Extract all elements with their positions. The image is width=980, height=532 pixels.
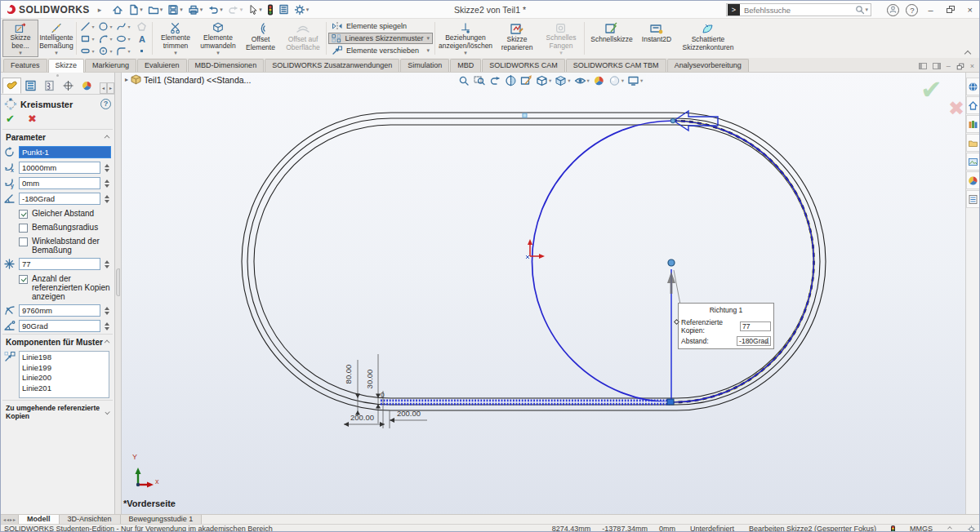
dock-left-pane-icon[interactable] — [919, 63, 927, 69]
close-button[interactable]: × — [964, 5, 976, 15]
dimension-radius-row[interactable]: Bemaßungsradius — [1, 220, 114, 234]
rectangle-tool-button[interactable]: ▾ — [78, 33, 96, 45]
rapid-sketch-button[interactable]: Schnellskizze — [586, 20, 637, 57]
units-dropdown-icon[interactable] — [947, 526, 952, 531]
tab-mbd-dimensionen[interactable]: MBD-Dimensionen — [188, 59, 265, 72]
trim-entities-button[interactable]: Elementetrimmen ▾ — [154, 20, 197, 57]
configuration-manager-tab[interactable] — [40, 78, 59, 94]
section-view-button[interactable] — [504, 74, 518, 87]
search-dropdown-icon[interactable]: ▾ — [865, 7, 868, 13]
pattern-handle-point[interactable] — [668, 259, 675, 266]
mirror-entities-button[interactable]: Elemente spiegeln — [328, 20, 433, 32]
previous-view-button[interactable] — [488, 74, 502, 87]
ellipse-tool-button[interactable]: ▾ — [114, 33, 132, 45]
tab-solidworks-cam[interactable]: SOLIDWORKS CAM — [482, 59, 565, 72]
linear-sketch-pattern-button[interactable]: Lineares Skizzenmuster ▾ — [328, 33, 433, 44]
skip-instances-section-header[interactable]: Zu umgehende referenzierte Kopien — [1, 401, 114, 423]
propertymanager-tab[interactable] — [2, 78, 21, 94]
center-y-field[interactable]: 0mm — [19, 177, 100, 189]
pattern-path-dashed[interactable] — [673, 121, 814, 402]
smart-dimension-button[interactable]: Intelligente Bemaßung ▾ — [38, 20, 74, 57]
doc-restore-icon[interactable] — [956, 63, 964, 69]
search-input[interactable] — [742, 5, 855, 16]
view-sketch-button[interactable] — [519, 74, 533, 87]
dock-right-pane-icon[interactable] — [933, 63, 941, 69]
prev-tab-button[interactable]: ◂ — [7, 516, 9, 522]
dimxpert-manager-tab[interactable] — [59, 78, 78, 94]
properties-button[interactable] — [276, 2, 292, 18]
tab-features[interactable]: Features — [3, 59, 47, 72]
midpoint-marker[interactable] — [523, 113, 527, 117]
repair-sketch-button[interactable]: Skizzereparieren — [494, 20, 540, 57]
instant2d-button[interactable]: Instant2D — [637, 20, 676, 57]
dimension-label[interactable]: 200.00 — [350, 413, 374, 422]
panel-splitter[interactable] — [115, 73, 122, 514]
arrow-tip-point[interactable] — [670, 118, 675, 123]
instance-count-spinner[interactable] — [103, 258, 111, 270]
help-icon[interactable]: ? — [100, 99, 111, 109]
shaded-sketch-contours-button[interactable]: SchattierteSkizzenkonturen — [676, 20, 740, 57]
display-delete-relations-button[interactable]: Beziehungenanzeigen/löschen ▾ — [437, 20, 494, 57]
last-tab-button[interactable]: ▸ — [13, 516, 16, 522]
panel-collapse-handle[interactable] — [116, 268, 120, 296]
confirmation-ok-icon[interactable]: ✔ — [920, 74, 942, 105]
custom-properties-button[interactable] — [966, 190, 979, 208]
save-button[interactable]: ▾ — [165, 2, 185, 18]
user-account-button[interactable] — [887, 4, 899, 16]
dimension-angular-row[interactable]: Winkelabstand der Bemaßung — [1, 234, 114, 256]
perimeter-circle-tool-button[interactable]: ▾ — [96, 45, 114, 57]
parameter-section-header[interactable]: Parameter — [1, 130, 114, 144]
dimension-label[interactable]: 0 — [381, 391, 385, 399]
offset-on-surface-button[interactable]: Offset aufOberfläche — [282, 20, 324, 57]
list-item[interactable]: Linie201 — [22, 383, 106, 394]
dimension-radius-checkbox[interactable] — [19, 224, 28, 233]
next-tab-button[interactable]: ▸ — [10, 516, 12, 522]
pattern-angle-field[interactable]: -180Grad — [19, 193, 100, 205]
circle-tool-button[interactable]: ▾ — [96, 20, 114, 33]
line-tool-button[interactable]: ▾ — [78, 20, 96, 33]
pattern-radius-field[interactable]: 9760mm — [19, 304, 100, 317]
list-item[interactable]: Linie200 — [22, 373, 106, 383]
motion-study-tab[interactable]: Bewegungsstudie 1 — [121, 515, 203, 524]
tab-scroll-right-button[interactable]: ▸ — [107, 82, 114, 94]
tab-simulation[interactable]: Simulation — [400, 59, 449, 72]
tab-solidworks-cam-tbm[interactable]: SOLIDWORKS CAM TBM — [566, 59, 666, 72]
dimension-label[interactable]: 200.00 — [397, 409, 421, 418]
text-tool-button[interactable]: A — [132, 33, 150, 45]
pattern-angle-spinner[interactable] — [103, 193, 111, 205]
graphics-area[interactable]: ▸ Teil1 (Standard) <<Standa... ▾ ▾ ▾ ▾ ▾… — [122, 73, 967, 514]
spline-tool-button[interactable]: ▾ — [114, 20, 132, 33]
zoom-area-button[interactable] — [473, 74, 487, 87]
rebuild-button[interactable] — [265, 2, 276, 18]
slot-tool-button[interactable]: ▾ — [78, 45, 96, 57]
offset-entities-button[interactable]: OffsetElemente — [239, 20, 282, 57]
print-button[interactable]: ▾ — [185, 2, 206, 18]
confirmation-cancel-icon[interactable]: ✖ — [948, 97, 964, 120]
point-tool-button[interactable] — [132, 45, 150, 57]
search-icon[interactable] — [855, 5, 865, 15]
dimension-label[interactable]: 30.00 — [365, 370, 374, 389]
3d-views-tab[interactable]: 3D-Ansichten — [60, 515, 121, 524]
undo-button[interactable]: ▾ — [205, 2, 225, 18]
hide-show-items-button[interactable]: ▾ — [573, 74, 590, 87]
restore-button[interactable] — [943, 5, 958, 15]
move-entities-button[interactable]: Elemente verschieben ▾ — [328, 45, 433, 56]
select-button[interactable]: ▾ — [245, 2, 265, 18]
track-inner-outline[interactable] — [254, 125, 813, 398]
open-button[interactable]: ▾ — [145, 2, 166, 18]
model-tab[interactable]: Modell — [19, 515, 60, 524]
doc-minimize-icon[interactable]: – — [947, 62, 951, 70]
tab-scroll-left-button[interactable]: ◂ — [100, 82, 107, 94]
ok-button[interactable]: ✔ — [6, 113, 15, 125]
center-y-spinner[interactable] — [103, 177, 111, 189]
display-style-button[interactable]: ▾ — [554, 74, 571, 87]
tab-skizze[interactable]: Skizze — [48, 59, 85, 73]
pattern-entities-listbox[interactable]: Linie198 Linie199 Linie200 Linie201 — [19, 351, 109, 398]
list-item[interactable]: Linie198 — [22, 352, 106, 363]
first-tab-button[interactable]: ◂ — [3, 516, 6, 522]
show-instance-count-checkbox[interactable] — [19, 275, 28, 284]
tooltip-collapse-caret[interactable]: ^ — [765, 340, 769, 349]
convert-entities-button[interactable]: Elementeumwandeln ▾ — [197, 20, 239, 57]
equal-spacing-checkbox[interactable] — [19, 210, 28, 219]
new-document-button[interactable]: ▾ — [126, 2, 145, 18]
